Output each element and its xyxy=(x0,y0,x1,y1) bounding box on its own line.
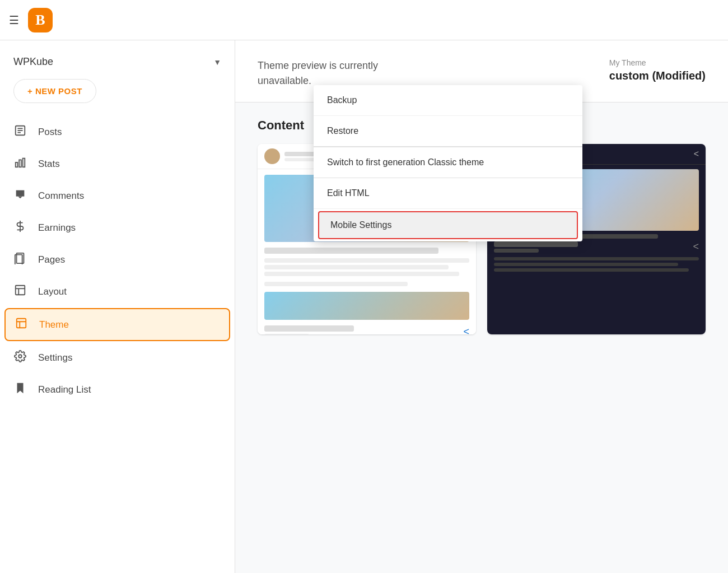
blogger-logo: B xyxy=(28,8,53,32)
new-post-button[interactable]: + NEW POST xyxy=(13,79,96,103)
svg-rect-4 xyxy=(16,162,18,167)
sidebar-item-settings-label: Settings xyxy=(38,352,72,364)
content-area: Theme preview is currently unavailable. … xyxy=(235,40,728,573)
sidebar-item-posts-label: Posts xyxy=(38,127,62,138)
sidebar-item-pages-label: Pages xyxy=(38,254,65,265)
sidebar-item-stats[interactable]: Stats xyxy=(4,148,230,179)
my-theme-label: My Theme xyxy=(609,58,706,67)
sidebar-item-layout[interactable]: Layout xyxy=(4,276,230,307)
blogger-logo-letter: B xyxy=(35,12,45,29)
svg-point-15 xyxy=(18,355,22,358)
sidebar-item-theme[interactable]: Theme xyxy=(4,308,230,341)
nav-items: Posts Stats Comments xyxy=(0,117,235,405)
svg-rect-14 xyxy=(17,319,26,328)
sidebar-item-stats-label: Stats xyxy=(38,159,60,170)
earnings-icon xyxy=(13,220,27,235)
svg-rect-11 xyxy=(16,286,25,295)
dropdown-menu: Backup Restore Switch to first generatio… xyxy=(314,85,582,241)
sidebar-item-theme-label: Theme xyxy=(39,319,69,330)
dropdown-item-switch-classic[interactable]: Switch to first generation Classic theme xyxy=(314,147,582,178)
blog-name: WPKube xyxy=(13,56,213,68)
sidebar-item-posts[interactable]: Posts xyxy=(4,117,230,147)
reading-list-icon xyxy=(13,382,27,397)
my-theme-value: custom (Modified) xyxy=(609,69,706,82)
hamburger-icon[interactable]: ☰ xyxy=(9,13,19,27)
svg-marker-16 xyxy=(17,383,24,393)
settings-icon xyxy=(13,350,27,365)
theme-preview-unavailable: Theme preview is currently unavailable. xyxy=(258,58,587,88)
dropdown-item-restore[interactable]: Restore xyxy=(314,116,582,147)
sidebar-item-earnings-label: Earnings xyxy=(38,222,76,234)
dropdown-item-edit-html[interactable]: Edit HTML xyxy=(314,178,582,209)
top-bar: ☰ B xyxy=(0,0,728,40)
sidebar-item-layout-label: Layout xyxy=(38,286,67,297)
sidebar-item-earnings[interactable]: Earnings xyxy=(4,212,230,243)
main-layout: WPKube ▼ + NEW POST Posts Stats xyxy=(0,40,728,573)
svg-rect-5 xyxy=(19,160,21,167)
sidebar-item-comments-label: Comments xyxy=(38,190,84,202)
avatar xyxy=(264,148,280,164)
sidebar-item-comments[interactable]: Comments xyxy=(4,180,230,211)
sidebar-item-pages[interactable]: Pages xyxy=(4,244,230,275)
sidebar-item-settings[interactable]: Settings xyxy=(4,342,230,373)
my-theme-section: My Theme custom (Modified) xyxy=(609,58,706,82)
svg-marker-7 xyxy=(18,197,22,199)
layout-icon xyxy=(13,284,27,299)
blog-dropdown-arrow: ▼ xyxy=(213,58,221,67)
comments-icon xyxy=(13,188,27,203)
blog-selector[interactable]: WPKube ▼ xyxy=(0,52,235,79)
posts-icon xyxy=(13,124,27,139)
svg-rect-6 xyxy=(23,159,25,167)
dropdown-item-mobile-settings[interactable]: Mobile Settings xyxy=(318,211,578,239)
sidebar-item-reading-list-label: Reading List xyxy=(38,384,91,395)
pages-icon xyxy=(13,252,27,267)
stats-icon xyxy=(13,156,27,171)
theme-icon xyxy=(15,317,28,332)
dropdown-item-backup[interactable]: Backup xyxy=(314,85,582,116)
sidebar-item-reading-list[interactable]: Reading List xyxy=(4,374,230,405)
sidebar: WPKube ▼ + NEW POST Posts Stats xyxy=(0,40,235,573)
